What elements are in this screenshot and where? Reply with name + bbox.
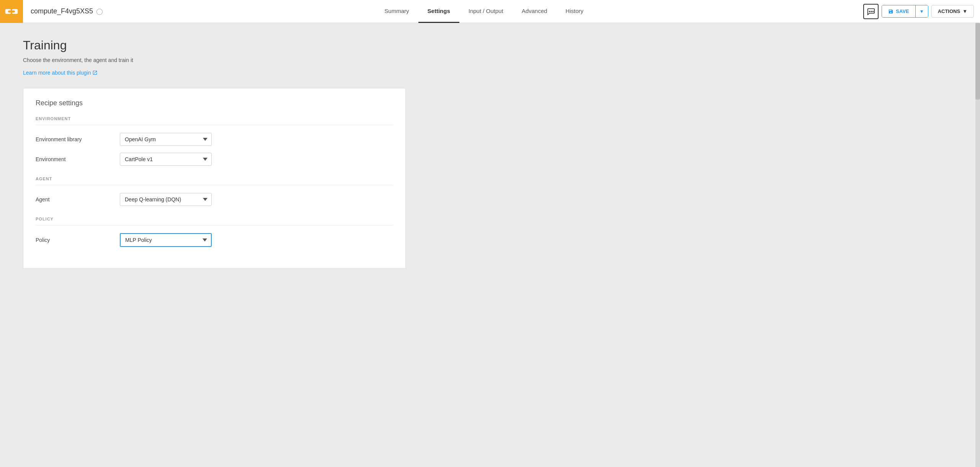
page-title: Training: [23, 38, 957, 52]
environment-section-header: ENVIRONMENT: [36, 116, 393, 125]
card-title: Recipe settings: [36, 99, 393, 107]
chat-button[interactable]: [863, 4, 879, 19]
main-nav: Summary Settings Input / Output Advanced…: [111, 0, 857, 23]
save-dropdown-button[interactable]: ▼: [916, 5, 928, 17]
title-text: compute_F4vg5XS5: [31, 7, 93, 15]
header: compute_F4vg5XS5 ◯ Summary Settings Inpu…: [0, 0, 980, 23]
environment-library-label: Environment library: [36, 136, 120, 142]
nav-item-settings[interactable]: Settings: [418, 0, 459, 23]
svg-point-3: [869, 11, 871, 12]
environment-library-row: Environment library OpenAI Gym: [36, 133, 393, 146]
scrollbar-track: [975, 23, 980, 467]
policy-label: Policy: [36, 237, 120, 243]
page-subtitle: Choose the environment, the agent and tr…: [23, 57, 957, 63]
scrollbar-thumb[interactable]: [975, 23, 980, 100]
agent-row: Agent Deep Q-learning (DQN): [36, 193, 393, 206]
nav-item-input-output[interactable]: Input / Output: [459, 0, 513, 23]
nav-item-advanced[interactable]: Advanced: [513, 0, 557, 23]
svg-point-4: [871, 11, 872, 12]
nav-item-history[interactable]: History: [556, 0, 593, 23]
svg-rect-2: [8, 10, 15, 12]
svg-point-5: [872, 11, 874, 12]
agent-select[interactable]: Deep Q-learning (DQN): [120, 193, 212, 206]
actions-button[interactable]: ACTIONS ▼: [931, 5, 974, 18]
header-actions: SAVE ▼ ACTIONS ▼: [857, 4, 980, 19]
save-button[interactable]: SAVE: [882, 5, 915, 17]
agent-label: Agent: [36, 196, 120, 202]
agent-section: AGENT Agent Deep Q-learning (DQN): [36, 176, 393, 206]
nav-item-summary[interactable]: Summary: [375, 0, 418, 23]
page-header-title: compute_F4vg5XS5 ◯: [23, 7, 111, 15]
save-button-group: SAVE ▼: [882, 5, 928, 18]
environment-library-select[interactable]: OpenAI Gym: [120, 133, 212, 146]
environment-select[interactable]: CartPole v1: [120, 153, 212, 166]
recipe-settings-card: Recipe settings ENVIRONMENT Environment …: [23, 88, 406, 269]
policy-section: POLICY Policy MLP Policy: [36, 217, 393, 247]
info-icon[interactable]: ◯: [96, 8, 103, 15]
app-logo: [0, 0, 23, 23]
agent-section-header: AGENT: [36, 176, 393, 185]
policy-select[interactable]: MLP Policy: [120, 233, 212, 247]
environment-row: Environment CartPole v1: [36, 153, 393, 166]
environment-section: ENVIRONMENT Environment library OpenAI G…: [36, 116, 393, 166]
policy-section-header: POLICY: [36, 217, 393, 225]
environment-label: Environment: [36, 156, 120, 162]
policy-row: Policy MLP Policy: [36, 233, 393, 247]
learn-more-link[interactable]: Learn more about this plugin: [23, 70, 98, 76]
main-content: Training Choose the environment, the age…: [0, 23, 980, 467]
